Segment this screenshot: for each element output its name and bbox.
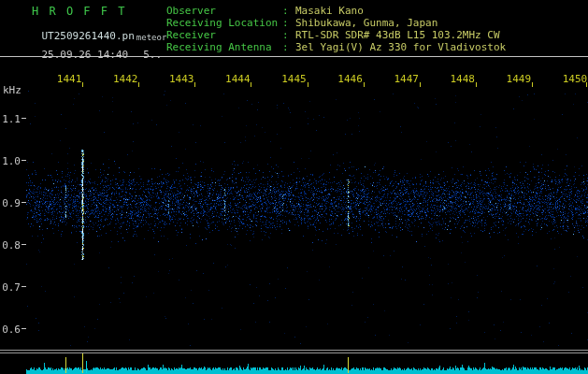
info-value: 3el Yagi(V) Az 330 for Vladivostok xyxy=(295,41,506,53)
header-separator-line xyxy=(0,56,588,57)
info-colon: : xyxy=(282,41,295,53)
x-tick-mark xyxy=(532,82,533,87)
x-tick-mark xyxy=(194,82,195,87)
observation-info: Observer:Masaki Kano Receiving Location:… xyxy=(166,5,506,53)
x-tick-mark xyxy=(476,82,477,87)
y-tick-label: 0.8 xyxy=(0,239,21,252)
x-tick-label: 1443 xyxy=(169,73,194,85)
separator-line xyxy=(0,352,588,353)
x-tick-mark xyxy=(251,82,251,87)
info-label: Receiving Antenna xyxy=(166,41,282,53)
header-counter: 5.. xyxy=(143,49,162,61)
info-colon: : xyxy=(282,5,295,17)
info-colon: : xyxy=(282,17,295,29)
datetime-line: 25.09.26 14:405.. xyxy=(17,36,162,73)
info-label: Receiver xyxy=(166,29,282,41)
info-row-receiver: Receiver:RTL-SDR SDR# 43dB L15 103.2MHz … xyxy=(166,29,506,41)
y-tick-label: 0.9 xyxy=(0,197,21,209)
x-tick-mark xyxy=(364,82,365,87)
observation-datetime: 25.09.26 14:40 xyxy=(42,49,129,61)
y-tick-mark xyxy=(22,328,26,329)
y-tick-label: 1.1 xyxy=(0,113,21,125)
y-tick-label: 0.6 xyxy=(0,324,21,336)
x-tick-label: 1447 xyxy=(394,73,419,85)
y-tick-mark xyxy=(22,118,26,119)
info-row-antenna: Receiving Antenna:3el Yagi(V) Az 330 for… xyxy=(166,41,506,53)
time-axis: 1441144214431444144514461447144814491450 xyxy=(0,73,588,89)
info-row-location: Receiving Location:Shibukawa, Gunma, Jap… xyxy=(166,17,506,29)
y-axis-unit-label: kHz xyxy=(3,84,22,96)
x-tick-label: 1449 xyxy=(507,73,532,85)
info-value: Masaki Kano xyxy=(295,5,364,17)
hrofft-window: H R O F F T UT2509261440.pnmeteor 25.09.… xyxy=(0,0,588,374)
y-tick-mark xyxy=(22,244,26,245)
separator-line xyxy=(0,350,588,351)
x-tick-mark xyxy=(308,82,308,87)
info-value: Shibukawa, Gunma, Japan xyxy=(295,17,437,29)
y-tick-label: 0.7 xyxy=(0,281,21,294)
x-tick-label: 1446 xyxy=(337,73,363,85)
y-tick-mark xyxy=(22,160,26,161)
x-tick-label: 1441 xyxy=(57,73,82,85)
x-tick-label: 1450 xyxy=(563,73,588,85)
x-tick-label: 1444 xyxy=(225,73,251,85)
y-tick-mark xyxy=(22,202,26,203)
info-value: RTL-SDR SDR# 43dB L15 103.2MHz CW xyxy=(295,29,500,41)
x-tick-mark xyxy=(420,82,421,87)
x-tick-label: 1445 xyxy=(281,73,307,85)
x-tick-mark xyxy=(586,82,587,87)
info-label: Receiving Location xyxy=(166,17,282,29)
x-tick-label: 1448 xyxy=(451,73,476,85)
y-tick-mark xyxy=(22,286,26,287)
info-row-observer: Observer:Masaki Kano xyxy=(166,5,506,17)
x-tick-mark xyxy=(138,82,139,87)
x-tick-mark xyxy=(82,82,83,87)
x-tick-label: 1442 xyxy=(113,73,138,85)
y-tick-label: 1.0 xyxy=(0,155,21,167)
info-colon: : xyxy=(282,29,295,41)
app-title: H R O F F T xyxy=(32,5,126,18)
info-label: Observer xyxy=(166,5,282,17)
